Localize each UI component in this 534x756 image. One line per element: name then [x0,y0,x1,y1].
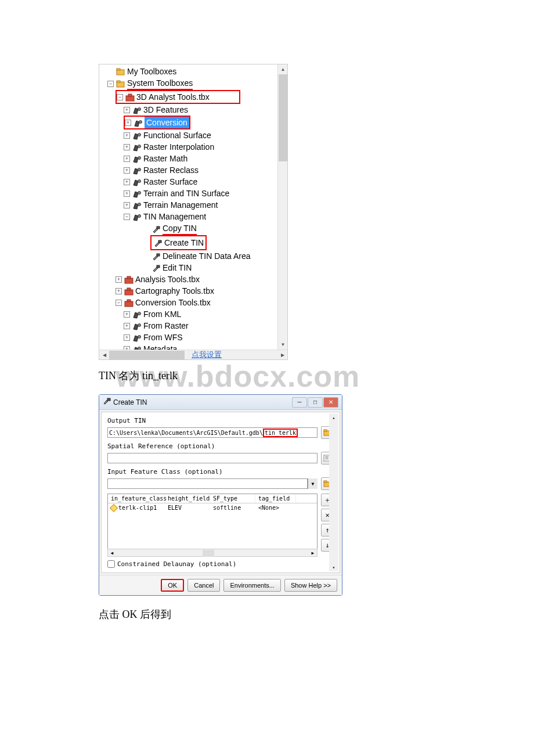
tree-item-delineate-tin[interactable]: Delineate TIN Data Area [99,250,287,262]
svg-point-9 [138,145,141,148]
tree-item-create-tin[interactable]: Create TIN [149,235,287,250]
svg-rect-19 [157,265,160,268]
table-row[interactable]: terlk-clip1 ELEV softline <None> [108,503,317,512]
tree-item-functional-surface[interactable]: + Functional Surface [99,129,287,141]
tree-item-system-toolboxes[interactable]: − System Toolboxes [99,77,287,90]
dialog-vertical-scrollbar[interactable]: ▴ ▾ [329,413,338,571]
expand-icon[interactable]: + [124,202,130,208]
cancel-button[interactable]: Cancel [187,579,220,592]
tree-item-from-raster[interactable]: + From Raster [99,320,287,332]
col-header-sftype[interactable]: SF_type [210,494,255,503]
expand-icon[interactable]: + [124,179,130,185]
tree-item-from-wfs[interactable]: + From WFS [99,332,287,343]
hammer-icon [153,239,163,247]
scroll-up-icon[interactable]: ▲ [278,64,288,74]
expand-icon[interactable]: + [116,276,122,283]
scroll-thumb[interactable] [279,74,287,161]
tree-item-copy-tin[interactable]: Copy TIN [99,222,287,235]
toolset-icon [132,310,142,318]
dialog-footer: OK Cancel Environments... Show Help >> [99,575,342,595]
collapse-icon[interactable]: − [107,81,114,87]
tree-item-raster-interpolation[interactable]: + Raster Interpolation [99,141,287,153]
col-header-tag[interactable]: tag_field [255,494,296,503]
svg-rect-16 [157,226,160,229]
maximize-button[interactable]: □ [308,397,323,408]
tree-item-cartography-tools[interactable]: + Cartography Tools.tbx [99,285,287,297]
environments-button[interactable]: Environments... [223,579,280,592]
table-horizontal-scrollbar[interactable]: ◀ ▶ [107,549,317,557]
expand-icon[interactable]: + [124,132,130,139]
scroll-right-icon[interactable]: ▶ [309,549,317,556]
dialog-titlebar[interactable]: Create TIN ─ □ ✕ [99,395,342,410]
svg-rect-39 [324,481,327,483]
collapse-icon[interactable]: − [116,300,122,306]
svg-point-6 [138,108,141,111]
horizontal-scrollbar[interactable]: ◀ 点我设置 ▶ [99,350,287,359]
scroll-up-icon[interactable]: ▴ [329,413,338,422]
tree-item-conversion[interactable]: + Conversion [99,116,287,129]
expand-icon[interactable]: + [124,167,130,174]
dropdown-button[interactable]: ▼ [308,478,317,489]
tree-item-my-toolboxes[interactable]: My Toolboxes [99,66,287,77]
svg-rect-31 [107,398,110,401]
svg-point-12 [138,180,141,183]
collapse-icon[interactable]: − [124,214,130,220]
tree-item-3d-analyst[interactable]: − 3D Analyst Tools.tbx [116,90,240,104]
scroll-left-icon[interactable]: ◀ [108,549,116,556]
output-tin-input[interactable]: C:\Users\lenka\Documents\ArcGIS\Default.… [107,427,317,438]
tree-item-analysis-tools[interactable]: + Analysis Tools.tbx [99,273,287,285]
expand-icon[interactable]: + [124,190,130,197]
scroll-thumb[interactable] [109,351,185,359]
input-fc-input[interactable] [107,478,308,489]
scroll-down-icon[interactable]: ▼ [278,340,288,350]
expand-icon[interactable]: + [124,156,130,162]
expand-icon[interactable]: + [124,323,130,329]
tree-item-conversion-tools[interactable]: − Conversion Tools.tbx [99,297,287,308]
expand-icon[interactable]: + [124,311,130,318]
scroll-down-icon[interactable]: ▾ [329,563,338,571]
constrained-delaunay-checkbox[interactable] [107,560,115,568]
toolset-icon [134,118,143,127]
toolset-icon [132,322,142,330]
vertical-scrollbar[interactable]: ▲ ▼ [277,64,287,350]
svg-point-7 [139,121,142,124]
scroll-left-icon[interactable]: ◀ [99,350,109,360]
toolset-icon [132,143,142,151]
svg-point-14 [138,203,141,206]
settings-link[interactable]: 点我设置 [192,350,222,360]
collapse-icon[interactable]: − [117,94,123,100]
tree-item-3d-features[interactable]: + 3D Features [99,104,287,116]
scroll-right-icon[interactable]: ▶ [277,350,287,360]
expand-icon[interactable]: + [125,120,131,126]
svg-rect-23 [127,288,131,290]
tree-label: Raster Surface [143,176,197,188]
close-button[interactable]: ✕ [323,397,338,408]
tree-item-raster-surface[interactable]: + Raster Surface [99,176,287,188]
ok-button[interactable]: OK [161,579,184,592]
tree-content: My Toolboxes − System Toolboxes − 3D Ana… [99,64,287,360]
col-header-infc[interactable]: in_feature_class [108,494,165,503]
tree-item-tin-management[interactable]: − TIN Management [99,211,287,222]
tree-item-raster-math[interactable]: + Raster Math [99,153,287,164]
feature-class-table: in_feature_class height_field SF_type ta… [107,494,334,557]
create-tin-dialog: Create TIN ─ □ ✕ Output TIN C:\Users\len… [99,394,342,596]
tree-item-raster-reclass[interactable]: + Raster Reclass [99,164,287,176]
tree-item-terrain-tin-surface[interactable]: + Terrain and TIN Surface [99,188,287,199]
tree-item-terrain-management[interactable]: + Terrain Management [99,199,287,211]
spatial-ref-input[interactable] [107,453,317,463]
tree-label: Create TIN [164,237,204,249]
minimize-button[interactable]: ─ [292,397,307,408]
svg-point-28 [138,336,141,339]
expand-icon[interactable]: + [124,144,130,150]
tree-label: Raster Interpolation [143,141,214,153]
svg-rect-21 [127,276,131,279]
expand-icon[interactable]: + [124,107,130,113]
scroll-thumb[interactable] [203,550,214,557]
tree-item-from-kml[interactable]: + From KML [99,308,287,320]
expand-icon[interactable]: + [124,334,130,341]
tree-item-edit-tin[interactable]: Edit TIN [99,262,287,273]
show-help-button[interactable]: Show Help >> [284,579,337,592]
col-header-height[interactable]: height_field [165,494,210,503]
expand-icon[interactable]: + [116,288,122,294]
svg-point-15 [138,215,141,218]
